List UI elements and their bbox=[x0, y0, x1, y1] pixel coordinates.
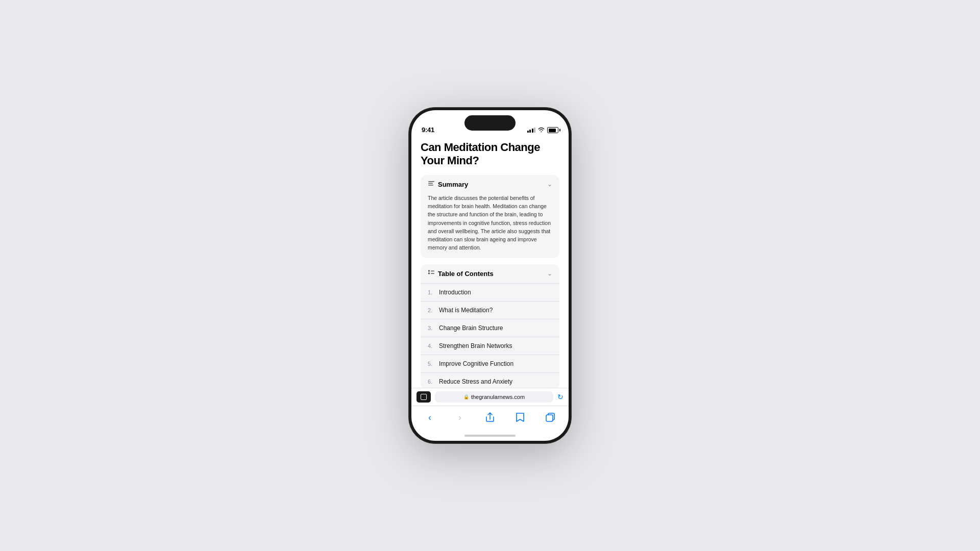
status-icons bbox=[527, 127, 559, 134]
toc-header[interactable]: Table of Contents ⌄ bbox=[421, 264, 559, 283]
summary-header-left: Summary bbox=[428, 180, 468, 189]
svg-rect-4 bbox=[431, 270, 434, 271]
lock-icon: 🔒 bbox=[463, 394, 469, 399]
bookmarks-button[interactable] bbox=[512, 409, 528, 425]
toc-list-item[interactable]: 4. Strengthen Brain Networks bbox=[421, 337, 559, 355]
toc-list-item[interactable]: 2. What is Meditation? bbox=[421, 301, 559, 319]
toc-icon bbox=[428, 269, 435, 278]
summary-card-header[interactable]: Summary ⌄ bbox=[421, 175, 559, 194]
tab-icon bbox=[421, 394, 427, 400]
toc-card[interactable]: Table of Contents ⌄ 1. Introduction 2. W… bbox=[421, 264, 559, 388]
phone-screen: 9:41 Can Medita bbox=[411, 110, 569, 441]
toc-chevron[interactable]: ⌄ bbox=[547, 270, 552, 277]
svg-rect-7 bbox=[546, 415, 553, 421]
toc-list-item[interactable]: 1. Introduction bbox=[421, 283, 559, 301]
toc-list-item[interactable]: 3. Change Brain Structure bbox=[421, 319, 559, 337]
svg-rect-1 bbox=[428, 183, 433, 184]
url-bar: 🔒 thegranularnews.com ↻ bbox=[411, 388, 569, 406]
tabs-button[interactable] bbox=[542, 409, 558, 425]
toc-list-item[interactable]: 6. Reduce Stress and Anxiety bbox=[421, 372, 559, 388]
svg-rect-5 bbox=[428, 272, 430, 274]
toc-item-number: 1. bbox=[428, 289, 435, 295]
home-indicator bbox=[411, 431, 569, 441]
content-area[interactable]: Can Meditation Change Your Mind? Summary bbox=[411, 137, 569, 388]
signal-icon bbox=[527, 128, 536, 133]
summary-text: The article discusses the potential bene… bbox=[428, 194, 552, 252]
home-bar bbox=[464, 435, 516, 437]
article-title: Can Meditation Change Your Mind? bbox=[421, 141, 559, 168]
forward-button[interactable]: › bbox=[452, 409, 468, 425]
tab-button[interactable] bbox=[416, 391, 431, 403]
toc-label: Table of Contents bbox=[438, 270, 494, 278]
summary-icon bbox=[428, 180, 435, 189]
summary-label: Summary bbox=[438, 181, 468, 188]
battery-icon bbox=[547, 127, 558, 133]
svg-rect-2 bbox=[428, 185, 433, 186]
svg-rect-0 bbox=[428, 181, 434, 182]
toc-list: 1. Introduction 2. What is Meditation? 3… bbox=[421, 283, 559, 388]
wifi-icon bbox=[538, 127, 545, 134]
toc-item-label: Improve Cognitive Function bbox=[439, 360, 513, 367]
svg-rect-6 bbox=[431, 273, 434, 274]
nav-bar: ‹ › bbox=[411, 406, 569, 431]
toc-item-label: Change Brain Structure bbox=[439, 324, 503, 332]
back-button[interactable]: ‹ bbox=[422, 409, 438, 425]
toc-item-number: 2. bbox=[428, 307, 435, 313]
url-text: thegranularnews.com bbox=[471, 394, 525, 400]
toc-list-item[interactable]: 5. Improve Cognitive Function bbox=[421, 355, 559, 372]
status-time: 9:41 bbox=[422, 126, 434, 134]
summary-chevron[interactable]: ⌄ bbox=[547, 181, 552, 188]
summary-card[interactable]: Summary ⌄ The article discusses the pote… bbox=[421, 175, 559, 258]
bottom-bar: 🔒 thegranularnews.com ↻ ‹ › bbox=[411, 388, 569, 431]
toc-item-label: Reduce Stress and Anxiety bbox=[439, 378, 512, 385]
phone-device: 9:41 Can Medita bbox=[408, 107, 572, 444]
toc-item-label: What is Meditation? bbox=[439, 307, 493, 314]
toc-item-number: 5. bbox=[428, 361, 435, 367]
toc-header-left: Table of Contents bbox=[428, 269, 494, 278]
reload-button[interactable]: ↻ bbox=[557, 393, 564, 401]
dynamic-island bbox=[464, 115, 516, 131]
toc-item-label: Strengthen Brain Networks bbox=[439, 342, 512, 349]
toc-item-number: 3. bbox=[428, 325, 435, 331]
summary-body: The article discusses the potential bene… bbox=[421, 194, 559, 258]
toc-item-number: 6. bbox=[428, 379, 435, 385]
url-field[interactable]: 🔒 thegranularnews.com bbox=[435, 391, 553, 403]
toc-item-number: 4. bbox=[428, 343, 435, 349]
share-button[interactable] bbox=[482, 409, 498, 425]
svg-rect-3 bbox=[428, 270, 430, 271]
toc-item-label: Introduction bbox=[439, 289, 471, 296]
